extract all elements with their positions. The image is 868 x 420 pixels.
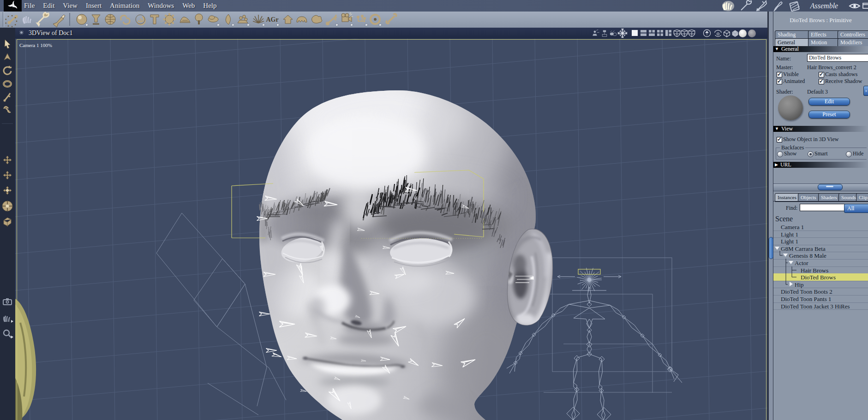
svg-text:AGr: AGr — [266, 16, 278, 23]
svg-text:Assemble: Assemble — [810, 2, 838, 10]
